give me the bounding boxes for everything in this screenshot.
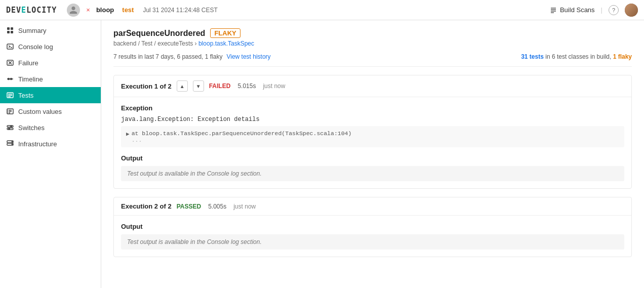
switches-icon xyxy=(6,124,14,132)
content-area: parSequenceUnordered FLAKY backend / Tes… xyxy=(101,20,644,288)
build-scans-button[interactable]: Build Scans xyxy=(549,6,595,14)
user-avatar[interactable] xyxy=(625,4,638,17)
close-button[interactable]: × xyxy=(86,6,90,14)
tests-icon xyxy=(6,91,14,99)
test-title: parSequenceUnordered FLAKY xyxy=(113,28,632,38)
failure-icon xyxy=(6,59,14,67)
execution-1-title: Execution 1 of 2 xyxy=(121,83,172,90)
execution-1-when: just now xyxy=(263,83,285,90)
sidebar-item-switches[interactable]: Switches xyxy=(0,119,101,136)
execution-2-body: Output Test output is available in the C… xyxy=(114,216,631,257)
infrastructure-icon xyxy=(6,140,14,148)
sidebar-item-console-log[interactable]: Console log xyxy=(0,38,101,55)
svg-point-14 xyxy=(8,78,10,80)
svg-rect-5 xyxy=(11,27,13,30)
sidebar-item-timeline[interactable]: Timeline xyxy=(0,71,101,87)
svg-rect-6 xyxy=(7,31,10,33)
main-layout: Summary Console log Failure xyxy=(0,20,644,288)
execution-2-status: PASSED xyxy=(177,203,201,210)
app-logo: DEVELOCITY xyxy=(6,6,57,15)
output-label-1: Output xyxy=(121,154,624,162)
output-label-2: Output xyxy=(121,223,624,230)
execution-nav-up-1[interactable]: ▲ xyxy=(177,80,188,92)
execution-2-header: Execution 2 of 2 PASSED 5.005s just now xyxy=(114,197,631,216)
breadcrumb-part-1: backend xyxy=(113,40,136,47)
execution-2-duration: 5.005s xyxy=(208,203,226,210)
test-stats-left: 7 results in last 7 days, 6 passed, 1 fl… xyxy=(113,53,271,60)
sidebar-item-failure[interactable]: Failure xyxy=(0,55,101,71)
separator: | xyxy=(601,6,602,14)
breadcrumb-part-3: executeTests xyxy=(157,40,193,47)
svg-point-34 xyxy=(12,144,13,145)
test-stats: 7 results in last 7 days, 6 passed, 1 fl… xyxy=(113,53,632,67)
flaky-count: 1 flaky xyxy=(613,53,632,60)
execution-1-status: FAILED xyxy=(209,83,231,90)
sidebar-item-summary-label: Summary xyxy=(18,27,47,34)
output-info-2: Test output is available in the Console … xyxy=(121,234,624,250)
execution-2-title: Execution 2 of 2 xyxy=(121,202,172,210)
test-stats-right: 31 tests in 6 test classes in build, 1 f… xyxy=(521,53,632,60)
exception-label: Exception xyxy=(121,104,624,112)
exception-toggle: ▶ at bloop.task.TaskSpec.parSequenceUnor… xyxy=(126,130,619,143)
exception-code: java.lang.Exception: Exception details xyxy=(121,116,624,123)
list-icon xyxy=(549,6,557,14)
execution-1-body: Exception java.lang.Exception: Exception… xyxy=(114,97,631,188)
test-name: parSequenceUnordered xyxy=(113,29,205,38)
svg-point-29 xyxy=(11,126,12,127)
execution-block-2: Execution 2 of 2 PASSED 5.005s just now … xyxy=(113,197,632,257)
console-icon xyxy=(6,43,14,51)
flaky-badge: FLAKY xyxy=(210,28,240,38)
toggle-arrow[interactable]: ▶ xyxy=(126,131,130,137)
sidebar-item-custom-values[interactable]: Custom values xyxy=(0,103,101,119)
summary-icon xyxy=(6,26,14,34)
topbar-right: Build Scans | ? xyxy=(549,4,638,17)
sidebar-item-infrastructure-label: Infrastructure xyxy=(18,140,57,148)
output-section-1: Output Test output is available in the C… xyxy=(121,154,624,181)
execution-2-when: just now xyxy=(233,203,256,210)
svg-rect-27 xyxy=(7,126,13,127)
view-test-history-link[interactable]: View test history xyxy=(226,53,270,60)
build-name: bloop xyxy=(96,6,114,14)
svg-rect-28 xyxy=(7,128,13,130)
topbar: DEVELOCITY × bloop test Jul 31 2024 11:2… xyxy=(0,0,644,20)
sidebar: Summary Console log Failure xyxy=(0,20,101,288)
sidebar-item-tests-label: Tests xyxy=(18,92,33,99)
sidebar-item-infrastructure[interactable]: Infrastructure xyxy=(0,136,101,152)
execution-1-header: Execution 1 of 2 ▲ ▼ FAILED 5.015s just … xyxy=(114,75,631,97)
sidebar-item-tests[interactable]: Tests xyxy=(0,87,101,103)
svg-rect-4 xyxy=(7,27,10,30)
sidebar-item-console-label: Console log xyxy=(18,43,53,51)
build-avatar xyxy=(67,4,80,17)
content-inner: parSequenceUnordered FLAKY backend / Tes… xyxy=(101,20,644,273)
exception-stack: at bloop.task.TaskSpec.parSequenceUnorde… xyxy=(132,130,352,137)
exception-dots: ... xyxy=(132,137,352,143)
build-tag: test xyxy=(122,6,134,14)
timeline-icon xyxy=(6,75,14,83)
breadcrumb: backend / Test / executeTests › bloop.ta… xyxy=(113,40,632,47)
sidebar-item-summary[interactable]: Summary xyxy=(0,22,101,38)
sidebar-item-custom-values-label: Custom values xyxy=(18,108,62,115)
execution-nav-down-1[interactable]: ▼ xyxy=(193,80,204,92)
execution-block-1: Execution 1 of 2 ▲ ▼ FAILED 5.015s just … xyxy=(113,75,632,189)
test-summary-text: 7 results in last 7 days, 6 passed, 1 fl… xyxy=(113,53,222,60)
test-count: 31 tests xyxy=(521,53,544,60)
svg-point-33 xyxy=(12,141,13,142)
svg-point-15 xyxy=(11,78,12,80)
build-scans-label: Build Scans xyxy=(560,6,595,14)
build-time: Jul 31 2024 11:24:48 CEST xyxy=(143,7,217,14)
sidebar-item-failure-label: Failure xyxy=(18,59,38,67)
exception-detail: ▶ at bloop.task.TaskSpec.parSequenceUnor… xyxy=(121,126,624,147)
output-info-1: Test output is available in the Console … xyxy=(121,166,624,181)
sidebar-item-timeline-label: Timeline xyxy=(18,75,43,83)
breadcrumb-link[interactable]: bloop.task.TaskSpec xyxy=(198,40,254,47)
breadcrumb-part-2: Test xyxy=(141,40,152,47)
execution-1-duration: 5.015s xyxy=(237,83,256,90)
sidebar-item-switches-label: Switches xyxy=(18,124,45,132)
user-avatar-image xyxy=(625,4,638,17)
help-button[interactable]: ? xyxy=(609,5,619,15)
custom-values-icon xyxy=(6,107,14,115)
svg-point-30 xyxy=(9,128,10,129)
test-stats-right-text: in 6 test classes in build, xyxy=(545,53,613,60)
svg-rect-7 xyxy=(11,31,13,33)
